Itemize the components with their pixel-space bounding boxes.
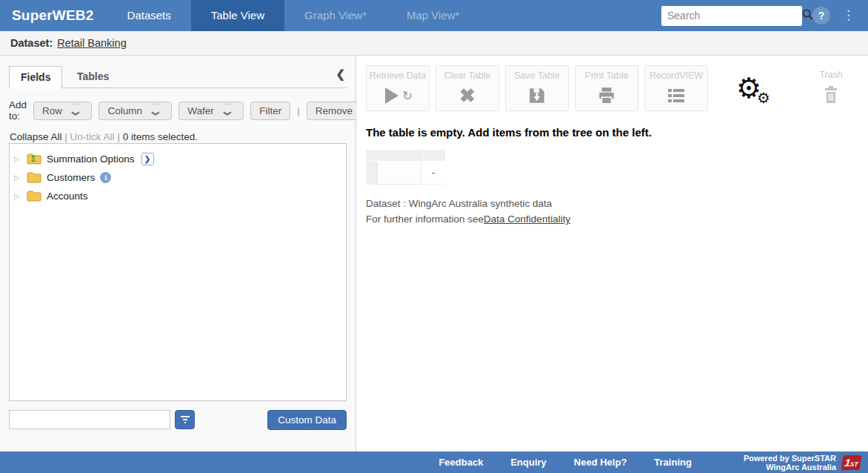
gear-icon: ⚙ xyxy=(757,90,770,105)
left-panel-tabs: Fields Tables ❮ xyxy=(9,65,347,88)
footer-link-feedback[interactable]: Feedback xyxy=(438,457,483,468)
summation-folder-icon: Σ xyxy=(27,153,41,165)
field-tree: ▷ Σ Summation Options ❯ ▷ Customers i ▷ … xyxy=(9,143,347,401)
chevron-down-icon: ❯ xyxy=(224,103,232,117)
field-search-input[interactable] xyxy=(9,410,170,429)
custom-data-button[interactable]: Custom Data xyxy=(267,410,347,430)
add-to-row-dropdown[interactable]: Row ❯ xyxy=(33,102,92,120)
empty-table-placeholder: - xyxy=(366,150,445,185)
table-row-stub xyxy=(366,162,377,185)
footer-link-training[interactable]: Training xyxy=(654,457,692,468)
table-value-cell: - xyxy=(421,162,445,185)
selection-status: 0 items selected. xyxy=(123,131,198,142)
trash-icon xyxy=(809,83,853,107)
dataset-bar: Dataset: Retail Banking xyxy=(0,31,868,56)
powered-by-text: Powered by SuperSTAR WingArc Australia xyxy=(744,454,836,472)
superstar-1st-logo[interactable]: 1ST xyxy=(841,455,862,470)
app-logo: SuperWEB2 xyxy=(0,7,107,24)
folder-icon xyxy=(27,191,41,202)
recordview-button[interactable]: RecordVIEW xyxy=(644,65,708,111)
nav-item-graph-view[interactable]: Graph View* xyxy=(284,0,387,31)
play-refresh-icon: ↻ xyxy=(367,84,429,108)
clear-x-icon: ✖ xyxy=(436,84,498,108)
table-cell xyxy=(377,162,421,185)
nav-item-map-view[interactable]: Map View* xyxy=(387,0,479,31)
filter-funnel-button[interactable] xyxy=(175,410,195,429)
custom-data-row: Custom Data xyxy=(9,410,347,430)
save-floppy-icon xyxy=(506,84,568,108)
add-to-row: Add to: Row ❯ Column ❯ Wafer ❯ Filter | … xyxy=(9,99,347,122)
untick-all-link[interactable]: Un-tick All xyxy=(70,131,115,142)
empty-table-message: The table is empty. Add items from the t… xyxy=(366,126,652,139)
table-header-cell xyxy=(366,150,422,161)
expand-triangle-icon[interactable]: ▷ xyxy=(14,192,21,200)
tab-fields[interactable]: Fields xyxy=(9,66,62,89)
tab-tables[interactable]: Tables xyxy=(66,66,120,87)
selection-status-row: Collapse All | Un-tick All | 0 items sel… xyxy=(10,131,347,142)
collapse-all-link[interactable]: Collapse All xyxy=(10,131,62,142)
dataset-name-link[interactable]: Retail Banking xyxy=(57,37,127,49)
table-view-panel: Retrieve Data ↻ Clear Table ✖ Save Table… xyxy=(357,56,868,452)
expand-triangle-icon[interactable]: ▷ xyxy=(14,155,21,163)
table-toolbar: Retrieve Data ↻ Clear Table ✖ Save Table… xyxy=(366,65,853,111)
search-box xyxy=(661,6,802,26)
remove-button[interactable]: Remove xyxy=(307,102,361,120)
search-input[interactable] xyxy=(667,10,801,22)
dataset-info-line: Dataset : WingArc Australia synthetic da… xyxy=(366,198,552,209)
add-to-wafer-dropdown[interactable]: Wafer ❯ xyxy=(178,102,244,120)
separator: | xyxy=(297,105,300,116)
tree-item-customers[interactable]: ▷ Customers i xyxy=(14,168,341,187)
chevron-down-icon: ❯ xyxy=(152,103,160,117)
confidentiality-line: For further information seeData Confiden… xyxy=(366,214,570,225)
footer-link-need-help[interactable]: Need Help? xyxy=(574,457,627,468)
data-confidentiality-link[interactable]: Data Confidentiality xyxy=(484,214,570,225)
filter-button[interactable]: Filter xyxy=(250,102,290,120)
tree-item-summation-options[interactable]: ▷ Σ Summation Options ❯ xyxy=(14,150,341,168)
tree-item-accounts[interactable]: ▷ Accounts xyxy=(14,187,341,205)
save-table-button[interactable]: Save Table xyxy=(505,65,569,111)
table-header-cell xyxy=(423,150,445,161)
nav-item-datasets[interactable]: Datasets xyxy=(107,0,191,31)
table-options-gears-button[interactable]: ⚙ ⚙ xyxy=(736,76,775,108)
dataset-label: Dataset: xyxy=(10,37,53,49)
nav-item-table-view[interactable]: Table View xyxy=(191,0,284,31)
sigma-glyph: Σ xyxy=(31,154,36,163)
help-icon[interactable]: ? xyxy=(812,7,830,24)
info-icon[interactable]: i xyxy=(100,172,111,183)
trash-button[interactable]: Trash xyxy=(809,65,853,107)
top-navbar: SuperWEB2 Datasets Table View Graph View… xyxy=(0,0,868,31)
record-list-icon xyxy=(645,84,707,108)
retrieve-data-button[interactable]: Retrieve Data ↻ xyxy=(366,65,430,111)
add-to-column-dropdown[interactable]: Column ❯ xyxy=(99,102,172,120)
kebab-menu-icon[interactable]: ⋮ xyxy=(842,12,855,19)
add-to-label: Add to: xyxy=(9,99,27,122)
printer-icon xyxy=(575,84,638,108)
expand-triangle-icon[interactable]: ▷ xyxy=(14,173,21,182)
footer-bar: Feedback Enquiry Need Help? Training Pow… xyxy=(0,452,868,473)
clear-table-button[interactable]: Clear Table ✖ xyxy=(435,65,499,111)
collapse-panel-icon[interactable]: ❮ xyxy=(335,67,345,81)
folder-icon xyxy=(27,172,41,183)
chevron-down-icon: ❯ xyxy=(72,103,80,117)
summation-options-chevron-button[interactable]: ❯ xyxy=(141,153,154,165)
footer-link-enquiry[interactable]: Enquiry xyxy=(510,457,546,468)
funnel-icon xyxy=(180,415,190,424)
field-tree-panel: Fields Tables ❮ Add to: Row ❯ Column ❯ W… xyxy=(0,56,356,452)
print-table-button[interactable]: Print Table xyxy=(575,65,638,111)
